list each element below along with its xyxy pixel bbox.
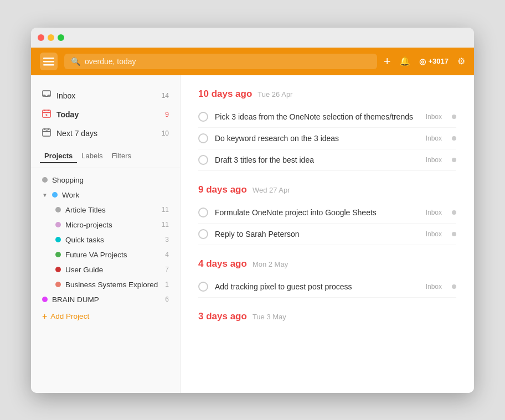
toolbar-actions: + 🔔 ◎ +3017 ⚙: [384, 54, 465, 69]
task-checkbox-t3[interactable]: [198, 155, 208, 165]
task-dot-t4: [452, 210, 456, 215]
project-dot-quick-tasks: [55, 237, 61, 242]
project-count-article-titles: 11: [162, 206, 169, 214]
sidebar-item-today[interactable]: 9 Today 9: [31, 105, 180, 124]
project-article-titles[interactable]: Article Titles 11: [31, 203, 180, 217]
project-label-shopping: Shopping: [52, 176, 169, 184]
section-9days: 9 days ago Wed 27 Apr Formulate OneNote …: [198, 184, 456, 245]
project-label-brain-dump: BRAIN DUMP: [52, 295, 161, 304]
traffic-lights: [38, 34, 64, 41]
task-checkbox-t5[interactable]: [198, 229, 208, 239]
app-logo[interactable]: [40, 53, 58, 70]
project-quick-tasks[interactable]: Quick tasks 3: [31, 232, 180, 247]
task-text-t3: Draft 3 titles for the best idea: [215, 155, 419, 164]
collapse-arrow: ▼: [42, 192, 48, 198]
notifications-button[interactable]: 🔔: [399, 56, 410, 66]
svg-rect-2: [43, 64, 54, 66]
task-dot-t5: [452, 232, 456, 236]
search-icon: 🔍: [71, 57, 80, 66]
project-dot-future-va: [55, 252, 61, 257]
task-content: 10 days ago Tue 26 Apr Pick 3 ideas from…: [181, 75, 474, 393]
task-row: Add tracking pixel to guest post process…: [198, 276, 456, 298]
settings-button[interactable]: ⚙: [457, 56, 465, 66]
project-shopping[interactable]: Shopping: [31, 173, 180, 188]
tab-labels[interactable]: Labels: [77, 149, 107, 163]
project-user-guide[interactable]: User Guide 7: [31, 262, 180, 277]
add-project-button[interactable]: + Add Project: [31, 307, 180, 326]
task-row: Draft 3 titles for the best idea Inbox: [198, 149, 456, 171]
app-window: 🔍 overdue, today + 🔔 ◎ +3017 ⚙: [31, 28, 474, 393]
karma-value: +3017: [428, 57, 449, 65]
task-checkbox-t6[interactable]: [198, 282, 208, 292]
date-full-3days: Tue 3 May: [252, 313, 286, 321]
karma-icon: ◎: [419, 57, 426, 66]
project-count-micro-projects: 11: [162, 221, 169, 229]
add-project-icon: +: [42, 312, 47, 322]
task-checkbox-t2[interactable]: [198, 133, 208, 143]
tab-filters[interactable]: Filters: [107, 149, 136, 163]
project-brain-dump[interactable]: BRAIN DUMP 6: [31, 292, 180, 307]
project-future-va[interactable]: Future VA Projects 4: [31, 247, 180, 262]
date-header-9days: 9 days ago Wed 27 Apr: [198, 184, 456, 195]
add-task-button[interactable]: +: [384, 54, 391, 69]
close-button[interactable]: [38, 34, 44, 41]
task-checkbox-t4[interactable]: [198, 208, 208, 217]
karma-display[interactable]: ◎ +3017: [419, 57, 449, 66]
project-business-systems[interactable]: Business Systems Explored 1: [31, 277, 180, 292]
date-ago-4days: 4 days ago: [198, 258, 247, 269]
inbox-label: Inbox: [56, 91, 156, 100]
task-dot-t1: [452, 115, 456, 119]
task-text-t6: Add tracking pixel to guest post process: [215, 282, 419, 291]
svg-text:+7: +7: [45, 130, 48, 133]
sidebar-item-next7[interactable]: +7 Next 7 days 10: [31, 124, 180, 143]
section-10days: 10 days ago Tue 26 Apr Pick 3 ideas from…: [198, 89, 456, 171]
project-count-brain-dump: 6: [165, 295, 169, 303]
svg-rect-0: [43, 58, 54, 59]
minimize-button[interactable]: [48, 34, 54, 41]
task-text-t2: Do keyword research on the 3 ideas: [215, 134, 419, 143]
task-project-t6: Inbox: [426, 283, 442, 291]
date-header-10days: 10 days ago Tue 26 Apr: [198, 89, 456, 100]
project-count-user-guide: 7: [165, 266, 169, 273]
sidebar-item-inbox[interactable]: Inbox 14: [31, 86, 180, 105]
tab-projects[interactable]: Projects: [40, 149, 77, 163]
project-label-user-guide: User Guide: [65, 266, 161, 274]
search-bar[interactable]: 🔍 overdue, today: [64, 54, 377, 69]
project-label-quick-tasks: Quick tasks: [65, 236, 161, 244]
task-project-t1: Inbox: [426, 113, 442, 121]
task-row: Reply to Sarah Peterson Inbox: [198, 224, 456, 245]
date-full-4days: Mon 2 May: [252, 260, 288, 268]
task-row: Formulate OneNote project into Google Sh…: [198, 202, 456, 224]
date-ago-9days: 9 days ago: [198, 184, 247, 195]
maximize-button[interactable]: [58, 34, 64, 41]
date-ago-10days: 10 days ago: [198, 89, 252, 100]
task-project-t2: Inbox: [426, 134, 442, 142]
section-3days: 3 days ago Tue 3 May: [198, 311, 456, 322]
project-micro-projects[interactable]: Micro-projects 11: [31, 217, 180, 232]
task-checkbox-t1[interactable]: [198, 112, 208, 122]
project-dot-article-titles: [55, 207, 61, 212]
section-4days: 4 days ago Mon 2 May Add tracking pixel …: [198, 258, 456, 298]
project-label-future-va: Future VA Projects: [65, 251, 161, 259]
date-full-9days: Wed 27 Apr: [252, 186, 290, 194]
date-header-3days: 3 days ago Tue 3 May: [198, 311, 456, 322]
project-label-work: Work: [62, 191, 169, 199]
date-header-4days: 4 days ago Mon 2 May: [198, 258, 456, 269]
project-work-row[interactable]: ▼ Work: [31, 188, 180, 203]
sidebar: Inbox 14 9 Today 9: [31, 75, 181, 393]
add-project-label: Add Project: [50, 312, 89, 320]
titlebar: [31, 28, 474, 48]
project-count-business-systems: 1: [165, 281, 169, 288]
task-dot-t2: [452, 136, 456, 141]
task-row: Pick 3 ideas from the OneNote selection …: [198, 106, 456, 128]
main-content: Inbox 14 9 Today 9: [31, 75, 474, 393]
project-tabs: Projects Labels Filters: [31, 143, 180, 168]
next7-label: Next 7 days: [56, 129, 156, 138]
task-text-t4: Formulate OneNote project into Google Sh…: [215, 208, 419, 217]
project-label-business-systems: Business Systems Explored: [65, 281, 161, 289]
project-dot-user-guide: [55, 267, 61, 272]
task-project-t5: Inbox: [426, 230, 442, 238]
task-project-t3: Inbox: [426, 156, 442, 164]
next7-count: 10: [162, 129, 169, 137]
svg-text:9: 9: [45, 113, 48, 117]
